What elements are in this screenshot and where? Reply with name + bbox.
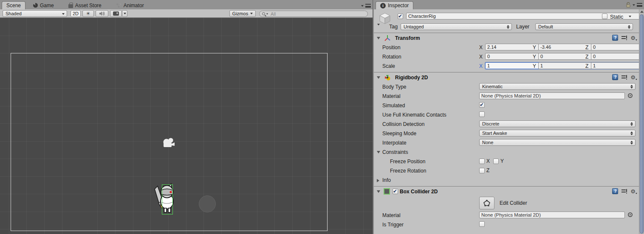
2d-mode-label: 2D [73,11,79,16]
scene-tabstrip: Scene Game Asset Store Animator [0,0,373,9]
info-label: Info [382,177,391,183]
inspector-scrollbar[interactable] [639,9,644,234]
rb-material-label: Material [382,93,401,99]
object-picker-icon[interactable] [628,212,633,217]
interpolate-dropdown[interactable]: None [479,139,636,146]
inspector-tab-menu-icon[interactable] [637,3,642,7]
collision-detection-dropdown[interactable]: Discrete [479,120,636,127]
gameobject-cube-icon[interactable] [379,12,391,24]
gear-icon[interactable]: ⚙ [630,75,636,80]
is-trigger-checkbox[interactable] [479,221,485,227]
interpolate-row: Interpolate None [374,138,639,148]
static-dropdown-caret[interactable] [629,16,631,17]
foldout-open-icon[interactable] [377,37,380,39]
scene-effects-button[interactable] [110,10,122,17]
static-checkbox[interactable] [602,14,607,19]
collider-enabled-checkbox[interactable] [393,189,398,194]
sun-icon: ☀ [86,11,90,17]
bc-material-field[interactable]: None (Physics Material 2D) [479,212,625,218]
foldout-open-icon[interactable] [377,190,380,193]
kinematic-contacts-checkbox[interactable] [479,111,485,117]
asset-store-icon [68,4,73,8]
freeze-position-y-checkbox[interactable] [493,159,499,164]
axis-x-label: X [479,54,483,60]
shading-mode-dropdown[interactable]: Shaded [3,10,67,17]
gizmos-dropdown[interactable]: Gizmos [229,10,256,17]
freeze-position-x-checkbox[interactable] [479,159,485,164]
scene-tab-dropdown-icon[interactable] [361,5,364,7]
preset-icon[interactable] [621,189,627,194]
tab-game-label: Game [40,3,54,8]
info-foldout[interactable]: Info [374,176,639,185]
gear-icon[interactable]: ⚙ [630,189,636,194]
freeze-rotation-row: Freeze Rotation Z [374,166,639,176]
tag-dropdown[interactable]: Untagged [401,23,512,30]
popup-arrows-icon [628,25,631,29]
gizmos-label: Gizmos [232,11,248,16]
boxcollider2d-header[interactable]: Box Collider 2D ? ⚙ [374,187,639,196]
preset-icon[interactable] [621,35,627,40]
rotation-z-input[interactable] [591,53,644,60]
layer-dropdown[interactable]: Default [535,23,633,30]
scrollbar-up-arrow-icon[interactable] [639,9,644,14]
is-trigger-row: Is Trigger [374,220,639,229]
scene-viewport[interactable] [0,18,373,234]
scene-effects-dropdown[interactable] [122,10,127,17]
game-icon [33,3,38,8]
scene-audio-button[interactable] [96,10,108,17]
scene-circle-object[interactable] [199,195,216,212]
search-placeholder: All [271,11,276,17]
body-type-row: Body Type Kinematic [374,82,639,92]
chevron-down-icon [124,13,126,14]
position-z-input[interactable] [591,44,644,50]
inspector-tab-dropdown-icon[interactable] [633,4,635,6]
animator-icon [116,3,121,8]
gameobject-name-input[interactable] [406,13,644,20]
scene-lighting-button[interactable]: ☀ [82,10,94,17]
scale-label: Scale [382,63,395,69]
foldout-open-icon[interactable] [377,76,380,79]
popup-arrows-icon [630,131,633,135]
transform-header[interactable]: Transform ? ⚙ [374,33,639,43]
help-icon[interactable]: ? [612,74,618,80]
scrollbar-thumb[interactable] [640,14,644,234]
freeze-z-label: Z [486,167,489,173]
collision-detection-value: Discrete [482,121,499,126]
sleeping-mode-dropdown[interactable]: Start Awake [479,130,636,136]
freeze-rotation-z-checkbox[interactable] [479,168,485,173]
rigidbody2d-title: Rigidbody 2D [395,75,428,81]
popup-arrows-icon [630,122,633,126]
tab-game[interactable]: Game [29,1,58,9]
body-type-dropdown[interactable]: Kinematic [479,83,636,90]
popup-arrows-icon [507,25,510,29]
rigidbody2d-header[interactable]: Rigidbody 2D ? ⚙ [374,72,639,82]
tab-inspector[interactable]: i Inspector [376,1,413,9]
boxcollider2d-icon [384,188,390,195]
icon-picker-caret[interactable] [377,24,380,25]
edit-collider-icon [483,200,491,206]
help-icon[interactable]: ? [612,188,618,194]
rb-material-field[interactable]: None (Physics Material 2D) [479,92,625,99]
help-icon[interactable]: ? [612,35,618,41]
simulated-checkbox[interactable] [479,102,485,108]
scene-tab-menu-icon[interactable] [365,4,371,8]
lock-icon[interactable] [626,2,631,8]
tab-scene[interactable]: Scene [2,1,25,9]
layer-label: Layer [516,24,529,30]
shading-mode-value: Shaded [6,11,22,16]
constraints-foldout[interactable]: Constraints [374,148,639,157]
scene-search-input[interactable]: All [259,11,368,17]
tab-animator[interactable]: Animator [112,1,148,9]
axis-z-label: Z [585,63,588,69]
gear-icon[interactable]: ⚙ [630,35,636,41]
tab-animator-label: Animator [124,3,144,8]
object-picker-icon[interactable] [628,93,633,98]
tab-asset-store[interactable]: Asset Store [64,1,106,9]
scale-z-input[interactable] [591,62,644,69]
active-checkbox[interactable] [398,14,403,19]
camera-gizmo-icon[interactable] [163,137,175,149]
interpolate-value: None [482,140,493,145]
edit-collider-button[interactable] [479,197,494,209]
2d-mode-button[interactable]: 2D [71,10,81,17]
preset-icon[interactable] [621,75,627,80]
